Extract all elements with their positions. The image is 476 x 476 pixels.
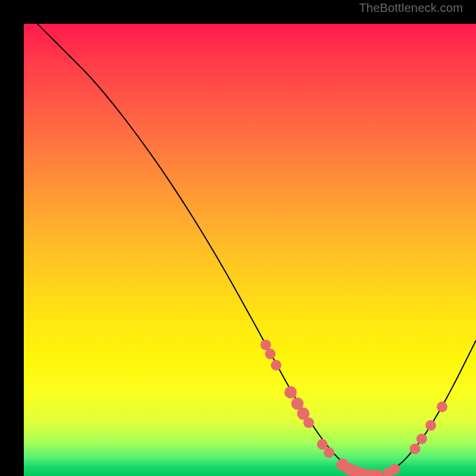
data-marker xyxy=(324,447,334,458)
data-marker xyxy=(317,439,328,450)
chart-svg xyxy=(24,24,476,476)
data-marker xyxy=(284,386,297,399)
bottleneck-curve xyxy=(37,24,476,475)
data-marker xyxy=(437,402,447,412)
plot-area xyxy=(24,24,476,476)
data-marker xyxy=(303,417,314,428)
data-marker xyxy=(409,443,420,454)
data-marker xyxy=(416,434,427,444)
watermark-text: TheBottleneck.com xyxy=(359,1,463,15)
curve-series xyxy=(37,24,476,475)
chart-frame xyxy=(12,12,464,464)
data-marker xyxy=(271,360,281,371)
marker-series xyxy=(261,340,447,476)
data-marker xyxy=(265,349,275,359)
data-marker xyxy=(261,340,271,350)
data-marker xyxy=(425,420,436,431)
data-marker xyxy=(389,464,400,475)
